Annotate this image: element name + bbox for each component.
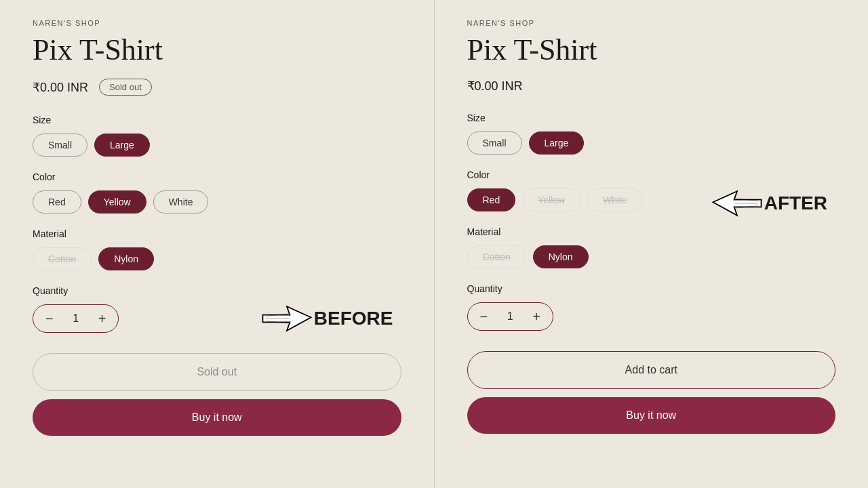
right-price: ₹0.00 INR (467, 79, 523, 94)
left-size-options: Small Large (33, 134, 401, 157)
right-price-row: ₹0.00 INR (467, 79, 836, 94)
left-qty-value: 1 (66, 312, 86, 325)
right-product-title: Pix T-Shirt (467, 34, 836, 66)
right-color-yellow: Yellow (522, 188, 580, 211)
right-material-cotton: Cotton (467, 245, 526, 268)
left-material-cotton: Cotton (33, 247, 92, 270)
right-size-label: Size (467, 113, 836, 123)
left-color-red[interactable]: Red (33, 190, 81, 214)
right-material-nylon[interactable]: Nylon (533, 245, 589, 268)
left-color-white[interactable]: White (153, 190, 209, 214)
left-price: ₹0.00 INR (33, 80, 88, 95)
right-color-red[interactable]: Red (467, 188, 516, 211)
left-color-label: Color (33, 171, 401, 182)
right-size-small[interactable]: Small (467, 131, 522, 155)
right-panel: NAREN'S SHOP Pix T-Shirt ₹0.00 INR Size … (435, 0, 869, 488)
right-quantity-row: − 1 + (467, 302, 836, 331)
left-material-label: Material (33, 228, 401, 239)
left-size-large[interactable]: Large (94, 134, 150, 157)
right-material-label: Material (467, 226, 836, 237)
left-product-title: Pix T-Shirt (33, 34, 401, 66)
left-material-options: Cotton Nylon (33, 247, 401, 270)
right-size-options: Small Large (467, 131, 836, 155)
right-quantity-label: Quantity (467, 283, 836, 294)
left-sold-out-badge: Sold out (99, 79, 152, 96)
left-qty-control: − 1 + (33, 304, 119, 333)
right-qty-plus[interactable]: + (520, 303, 553, 330)
left-qty-plus[interactable]: + (86, 305, 119, 332)
left-shop-name: NAREN'S SHOP (33, 19, 401, 27)
right-material-options: Cotton Nylon (467, 245, 836, 268)
left-quantity-label: Quantity (33, 285, 401, 296)
right-size-large[interactable]: Large (529, 131, 585, 155)
left-buy-button[interactable]: Buy it now (33, 399, 401, 436)
left-sold-out-button: Sold out (33, 353, 401, 391)
left-size-small[interactable]: Small (33, 134, 87, 157)
left-panel: NAREN'S SHOP Pix T-Shirt ₹0.00 INR Sold … (0, 0, 435, 488)
right-qty-control: − 1 + (467, 302, 553, 331)
right-qty-value: 1 (500, 310, 520, 323)
right-color-white: White (587, 188, 643, 211)
left-quantity-row: − 1 + (33, 304, 401, 333)
right-shop-name: NAREN'S SHOP (467, 19, 836, 27)
left-color-options: Red Yellow White (33, 190, 401, 214)
left-qty-minus[interactable]: − (33, 305, 66, 332)
left-color-yellow[interactable]: Yellow (88, 190, 146, 214)
right-add-to-cart-button[interactable]: Add to cart (467, 351, 836, 389)
right-color-options: Red Yellow White (467, 188, 836, 211)
right-color-label: Color (467, 169, 836, 180)
right-qty-minus[interactable]: − (468, 303, 500, 330)
left-size-label: Size (33, 115, 401, 125)
left-material-nylon[interactable]: Nylon (98, 247, 154, 270)
left-price-row: ₹0.00 INR Sold out (33, 79, 401, 96)
right-buy-button[interactable]: Buy it now (467, 397, 836, 434)
